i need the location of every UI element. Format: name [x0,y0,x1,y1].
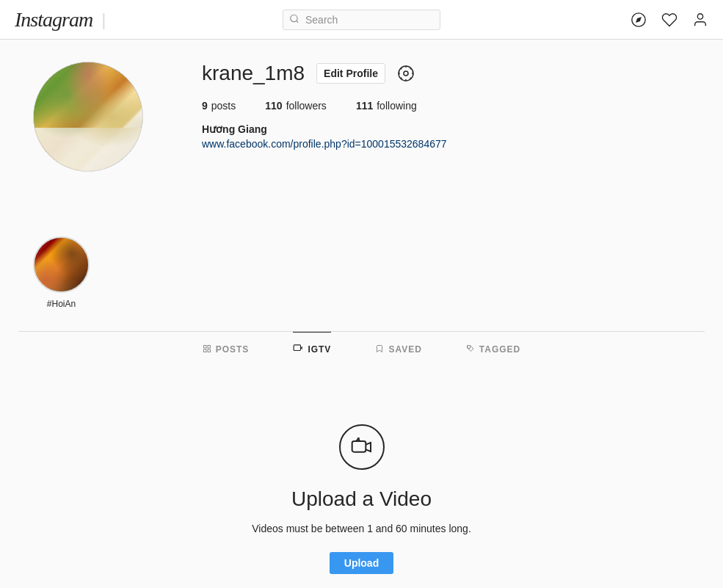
posts-label: posts [211,100,236,112]
posts-stat: 9 posts [202,100,236,112]
svg-rect-18 [208,349,211,352]
highlight-label: #HoiAn [47,299,76,309]
upload-title: Upload a Video [291,487,432,511]
svg-rect-16 [208,345,211,348]
tab-posts[interactable]: POSTS [203,332,250,366]
igtv-tv-icon [339,424,385,470]
svg-rect-21 [352,441,366,452]
followers-stat[interactable]: 110 followers [265,100,327,112]
instagram-logo: Instagram [15,8,92,32]
svg-rect-15 [203,345,206,348]
igtv-icon [293,343,303,355]
highlight-circle [33,236,90,293]
upload-subtitle: Videos must be between 1 and 60 minutes … [252,523,471,534]
tab-igtv[interactable]: IGTV [293,332,331,366]
profile-tabs: POSTS IGTV SAVED [18,332,705,366]
upload-button[interactable]: Upload [330,552,393,574]
site-header: Instagram | [0,0,723,40]
search-input[interactable] [283,10,440,30]
svg-marker-3 [636,17,642,23]
svg-line-14 [401,78,402,79]
main-content: krane_1m8 Edit Profile [0,40,723,588]
tab-igtv-label: IGTV [308,344,331,355]
svg-line-12 [410,78,411,79]
posts-count: 9 [202,100,208,112]
highlight-item[interactable]: #HoiAn [33,236,90,309]
svg-rect-19 [294,345,301,351]
profile-info: krane_1m8 Edit Profile [202,62,690,150]
tab-saved[interactable]: SAVED [375,332,421,366]
followers-count: 110 [265,100,282,112]
avatar [33,62,143,172]
profile-link[interactable]: www.facebook.com/profile.php?id=10001553… [202,138,447,150]
person-icon[interactable] [692,12,708,28]
following-label: following [377,100,416,112]
profile-header: krane_1m8 Edit Profile [33,62,690,172]
bookmark-icon [375,344,384,355]
profile-avatar-wrapper [33,62,143,172]
svg-line-11 [401,68,402,69]
settings-icon[interactable] [397,65,415,82]
compass-icon[interactable] [631,12,647,28]
tab-posts-label: POSTS [216,344,250,355]
profile-name: Hương Giang [202,123,690,135]
highlights-section: #HoiAn [18,236,705,331]
profile-section: krane_1m8 Edit Profile [18,40,705,236]
profile-username: krane_1m8 [202,62,305,85]
following-stat[interactable]: 111 following [356,100,417,112]
svg-point-0 [291,15,297,21]
header-left: Instagram | [15,8,246,32]
svg-line-13 [410,68,411,69]
highlight-image [34,238,88,291]
header-search-area [246,10,477,30]
igtv-upload-section: Upload a Video Videos must be between 1 … [0,366,723,588]
grid-icon [203,344,211,355]
edit-profile-button[interactable]: Edit Profile [316,63,385,84]
tab-tagged[interactable]: TAGGED [466,332,520,366]
svg-rect-17 [203,349,206,352]
search-icon [289,13,299,26]
heart-icon[interactable] [661,12,677,28]
profile-top: krane_1m8 Edit Profile [202,62,690,85]
search-wrapper [283,10,440,30]
following-count: 111 [356,100,373,112]
tab-tagged-label: TAGGED [479,344,520,355]
tag-icon [466,344,475,355]
svg-point-4 [697,13,702,18]
svg-point-6 [404,71,408,76]
logo-divider: | [101,10,106,30]
svg-line-1 [297,21,299,23]
profile-stats: 9 posts 110 followers 111 following [202,100,690,112]
avatar-image [34,62,142,171]
followers-label: followers [286,100,327,112]
header-right [477,12,708,28]
tab-saved-label: SAVED [388,344,421,355]
